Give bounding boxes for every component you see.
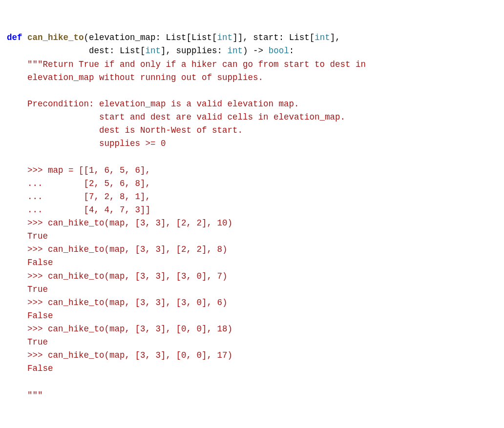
docstring-line: Precondition: elevation_map is a valid e… <box>7 99 299 109</box>
docstring-line: supplies >= 0 <box>7 139 166 148</box>
signature-part: : <box>289 46 294 56</box>
docstring-line: True <box>7 337 48 347</box>
docstring-line: False <box>7 258 53 267</box>
docstring-line: ... [7, 2, 8, 1], <box>7 192 150 202</box>
type-int: int <box>146 46 161 56</box>
docstring-line: True <box>7 231 48 241</box>
docstring-line: ... [2, 5, 6, 8], <box>7 179 150 188</box>
docstring-line: >>> can_hike_to(map, [3, 3], [2, 2], 8) <box>7 245 228 254</box>
docstring-line: True <box>7 285 48 294</box>
type-int: int <box>315 33 330 42</box>
docstring-line: >>> can_hike_to(map, [3, 3], [0, 0], 18) <box>7 324 232 334</box>
signature-part: ], supplies: <box>161 46 228 56</box>
docstring-line: dest is North-West of start. <box>7 125 243 135</box>
type-bool: bool <box>269 46 289 56</box>
docstring-line: start and dest are valid cells in elevat… <box>7 112 345 122</box>
docstring-line: """ <box>7 390 43 400</box>
docstring-line: False <box>7 311 53 321</box>
keyword-def: def <box>7 33 22 42</box>
docstring-line: >>> can_hike_to(map, [3, 3], [3, 0], 7) <box>7 271 228 281</box>
docstring-line: """Return True if and only if a hiker ca… <box>7 60 366 69</box>
docstring-line: >>> can_hike_to(map, [3, 3], [3, 0], 6) <box>7 298 228 307</box>
docstring-line: elevation_map without running out of sup… <box>7 73 263 82</box>
signature-part: ) -> <box>243 46 269 56</box>
docstring-line: ... [4, 4, 7, 3]] <box>7 205 150 215</box>
type-int: int <box>228 46 243 56</box>
signature-part: (elevation_map: List[List[ <box>84 33 217 42</box>
signature-part: ]], start: List[ <box>232 33 315 42</box>
signature-part: dest: List[ <box>7 46 146 56</box>
type-int: int <box>217 33 233 42</box>
docstring-line: >>> map = [[1, 6, 5, 6], <box>7 165 150 175</box>
signature-part: ], <box>330 33 340 42</box>
docstring-line: >>> can_hike_to(map, [3, 3], [2, 2], 10) <box>7 218 232 228</box>
function-name: can_hike_to <box>27 33 84 42</box>
code-block: def can_hike_to(elevation_map: List[List… <box>7 31 497 402</box>
docstring-line: >>> can_hike_to(map, [3, 3], [0, 0], 17) <box>7 350 232 360</box>
docstring-line: False <box>7 364 53 373</box>
